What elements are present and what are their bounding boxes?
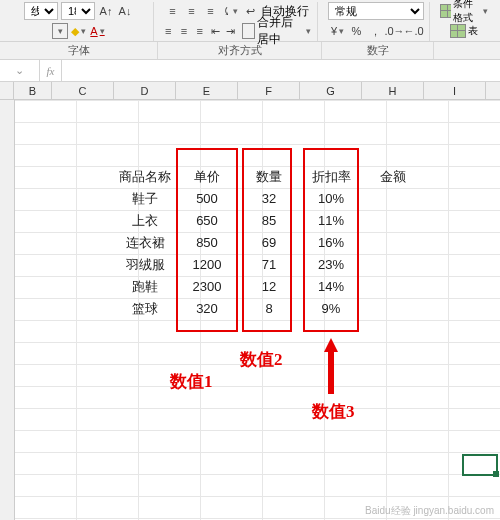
- formula-bar: ⌄ fx: [0, 60, 500, 82]
- watermark: Baidu经验 jingyan.baidu.com: [365, 504, 494, 518]
- col-E[interactable]: E: [176, 82, 238, 99]
- col-D[interactable]: D: [114, 82, 176, 99]
- inc-decimal-icon[interactable]: .0→: [387, 23, 403, 39]
- percent-icon[interactable]: %: [349, 23, 365, 39]
- comma-icon[interactable]: ,: [368, 23, 384, 39]
- table-row[interactable]: 320: [176, 298, 238, 320]
- table-row[interactable]: 2300: [176, 276, 238, 298]
- annotation-v2: 数值2: [240, 348, 283, 371]
- table-row[interactable]: 500: [176, 188, 238, 210]
- font-color-icon[interactable]: A: [90, 23, 106, 39]
- table-row[interactable]: 鞋子: [114, 188, 176, 210]
- col-B[interactable]: B: [14, 82, 52, 99]
- table-row[interactable]: 篮球: [114, 298, 176, 320]
- table-button[interactable]: 表: [448, 24, 480, 38]
- table-row[interactable]: 8: [238, 298, 300, 320]
- hdr-qty[interactable]: 数量: [238, 166, 300, 188]
- annotation-v1: 数值1: [170, 370, 213, 393]
- arrow-icon: [324, 338, 338, 352]
- table-row[interactable]: 16%: [300, 232, 362, 254]
- table-row[interactable]: 850: [176, 232, 238, 254]
- grid[interactable]: 商品名称 单价 数量 折扣率 金额 鞋子 500 32 10% 上衣 650 8…: [0, 100, 500, 520]
- table-row[interactable]: 650: [176, 210, 238, 232]
- align-right-icon[interactable]: ≡: [193, 23, 206, 39]
- merge-icon: [242, 23, 255, 39]
- column-headers: B C D E F G H I: [0, 82, 500, 100]
- group-align: 对齐方式: [158, 42, 322, 59]
- table-row[interactable]: 10%: [300, 188, 362, 210]
- col-G[interactable]: G: [300, 82, 362, 99]
- table-row[interactable]: 1200: [176, 254, 238, 276]
- orientation-icon[interactable]: ⤹: [222, 3, 238, 19]
- arrow-stem: [328, 352, 334, 394]
- table-row[interactable]: 85: [238, 210, 300, 232]
- name-box[interactable]: ⌄: [0, 60, 40, 81]
- grow-font-icon[interactable]: A↑: [98, 3, 114, 19]
- group-font: 字体: [0, 42, 158, 59]
- fx-button[interactable]: fx: [40, 60, 62, 81]
- cond-format-icon: [440, 4, 451, 18]
- annotation-v3: 数值3: [312, 400, 355, 423]
- col-I[interactable]: I: [424, 82, 486, 99]
- table-row[interactable]: 71: [238, 254, 300, 276]
- hdr-amount[interactable]: 金额: [362, 166, 424, 188]
- table-row[interactable]: 羽绒服: [114, 254, 176, 276]
- active-cell[interactable]: [462, 454, 498, 476]
- group-number: 数字: [322, 42, 434, 59]
- table-row[interactable]: 连衣裙: [114, 232, 176, 254]
- table-label: 表: [468, 24, 478, 38]
- table-row[interactable]: 11%: [300, 210, 362, 232]
- hdr-discount[interactable]: 折扣率: [300, 166, 362, 188]
- indent-inc-icon[interactable]: ⇥: [225, 23, 238, 39]
- col-F[interactable]: F: [238, 82, 300, 99]
- align-bottom-icon[interactable]: ≡: [203, 3, 219, 19]
- hdr-price[interactable]: 单价: [176, 166, 238, 188]
- align-top-icon[interactable]: ≡: [165, 3, 181, 19]
- table-row[interactable]: 上衣: [114, 210, 176, 232]
- border-icon[interactable]: [52, 23, 68, 39]
- table-row[interactable]: 23%: [300, 254, 362, 276]
- align-left-icon[interactable]: ≡: [162, 23, 175, 39]
- table-row[interactable]: 69: [238, 232, 300, 254]
- currency-icon[interactable]: ¥: [330, 23, 346, 39]
- sheet: B C D E F G H I 商品名称 单价 数量 折扣率 金额 鞋子 500…: [0, 82, 500, 520]
- ribbon: 线 18 A↑ A↓ ◆ A ≡ ≡ ≡ ⤹ ↩自动换行 ≡ ≡ ≡ ⇤ ⇥ 合…: [0, 0, 500, 42]
- col-C[interactable]: C: [52, 82, 114, 99]
- ribbon-groups: 字体 对齐方式 数字: [0, 42, 500, 60]
- font-size-select[interactable]: 18: [61, 2, 95, 20]
- table-row[interactable]: 12: [238, 276, 300, 298]
- fill-color-icon[interactable]: ◆: [71, 23, 87, 39]
- align-center-icon[interactable]: ≡: [178, 23, 191, 39]
- align-middle-icon[interactable]: ≡: [184, 3, 200, 19]
- indent-dec-icon[interactable]: ⇤: [209, 23, 222, 39]
- table-row[interactable]: 跑鞋: [114, 276, 176, 298]
- number-format-select[interactable]: 常规: [328, 2, 424, 20]
- hdr-name[interactable]: 商品名称: [114, 166, 176, 188]
- table-row[interactable]: 32: [238, 188, 300, 210]
- shrink-font-icon[interactable]: A↓: [117, 3, 133, 19]
- line-style-select[interactable]: 线: [24, 2, 58, 20]
- table-row[interactable]: 14%: [300, 276, 362, 298]
- table-icon: [450, 24, 466, 38]
- formula-input[interactable]: [62, 60, 500, 81]
- col-H[interactable]: H: [362, 82, 424, 99]
- table-row[interactable]: 9%: [300, 298, 362, 320]
- dec-decimal-icon[interactable]: ←.0: [406, 23, 422, 39]
